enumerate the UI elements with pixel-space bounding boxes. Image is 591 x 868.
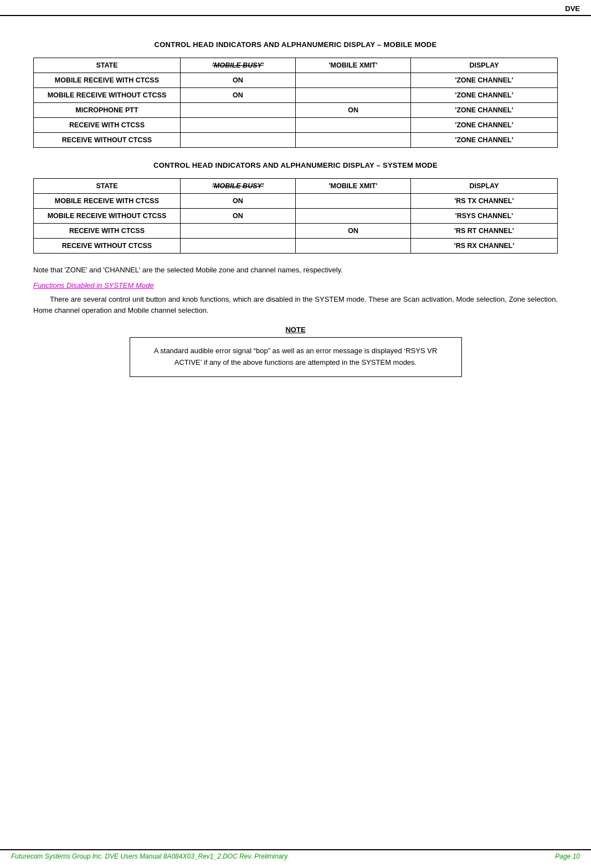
note-box-text: A standard audible error signal “bop” as… [154,347,438,366]
system-mode-table: STATE 'MOBILE BUSY' 'MOBILE XMIT' DISPLA… [33,178,558,254]
system-busy-label: 'MOBILE BUSY' [212,182,264,190]
busy-cell [180,118,295,133]
busy-cell: ON [180,194,295,209]
header-title: DVE [565,4,580,13]
xmit-cell: ON [295,103,410,118]
busy-cell [180,239,295,254]
mobile-col-state: STATE [34,58,181,73]
functions-paragraph: There are several control unit button an… [33,294,558,317]
system-col-display: DISPLAY [411,179,558,194]
state-cell: MICROPHONE PTT [34,103,181,118]
state-cell: MOBILE RECEIVE WITH CTCSS [34,194,181,209]
xmit-cell [295,73,410,88]
display-cell: 'RS RX CHANNEL' [411,239,558,254]
xmit-cell [295,118,410,133]
table-row: RECEIVE WITHOUT CTCSS 'RS RX CHANNEL' [34,239,558,254]
mobile-col-display: DISPLAY [411,58,558,73]
system-col-state: STATE [34,179,181,194]
footer-right: Page 10 [555,852,580,860]
display-cell: 'ZONE CHANNEL' [411,118,558,133]
main-content: CONTROL HEAD INDICATORS AND ALPHANUMERIC… [0,16,591,410]
xmit-cell [295,133,410,148]
busy-cell [180,133,295,148]
table-row: RECEIVE WITH CTCSS 'ZONE CHANNEL' [34,118,558,133]
xmit-cell [295,88,410,103]
zone-channel-note: Note that 'ZONE' and 'CHANNEL' are the s… [33,265,558,276]
busy-cell [180,224,295,239]
system-col-xmit: 'MOBILE XMIT' [295,179,410,194]
mobile-mode-table: STATE 'MOBILE BUSY' 'MOBILE XMIT' DISPLA… [33,58,558,148]
table-row: MOBILE RECEIVE WITH CTCSS ON 'RS TX CHAN… [34,194,558,209]
table-row: RECEIVE WITH CTCSS ON 'RS RT CHANNEL' [34,224,558,239]
display-cell: 'RSYS CHANNEL' [411,209,558,224]
mobile-mode-header-row: STATE 'MOBILE BUSY' 'MOBILE XMIT' DISPLA… [34,58,558,73]
busy-cell [180,103,295,118]
note-label: NOTE [33,326,558,334]
functions-heading: Functions Disabled in SYSTEM Mode [33,281,558,290]
state-cell: RECEIVE WITHOUT CTCSS [34,239,181,254]
mobile-col-xmit: 'MOBILE XMIT' [295,58,410,73]
xmit-cell [295,239,410,254]
display-cell: 'ZONE CHANNEL' [411,103,558,118]
state-cell: MOBILE RECEIVE WITHOUT CTCSS [34,209,181,224]
table-row: MOBILE RECEIVE WITH CTCSS ON 'ZONE CHANN… [34,73,558,88]
display-cell: 'RS RT CHANNEL' [411,224,558,239]
system-mode-header-row: STATE 'MOBILE BUSY' 'MOBILE XMIT' DISPLA… [34,179,558,194]
table-row: MOBILE RECEIVE WITHOUT CTCSS ON 'RSYS CH… [34,209,558,224]
page-header: DVE [0,0,591,16]
system-mode-title: CONTROL HEAD INDICATORS AND ALPHANUMERIC… [33,161,558,169]
state-cell: RECEIVE WITH CTCSS [34,118,181,133]
xmit-cell: ON [295,224,410,239]
system-col-busy: 'MOBILE BUSY' [180,179,295,194]
page-footer: Futurecom Systems Group Inc. DVE Users M… [0,849,591,862]
xmit-cell [295,194,410,209]
xmit-cell [295,209,410,224]
state-cell: MOBILE RECEIVE WITH CTCSS [34,73,181,88]
display-cell: 'RS TX CHANNEL' [411,194,558,209]
display-cell: 'ZONE CHANNEL' [411,88,558,103]
mobile-col-busy: 'MOBILE BUSY' [180,58,295,73]
mobile-busy-label: 'MOBILE BUSY' [212,61,264,69]
table-row: RECEIVE WITHOUT CTCSS 'ZONE CHANNEL' [34,133,558,148]
display-cell: 'ZONE CHANNEL' [411,73,558,88]
state-cell: RECEIVE WITH CTCSS [34,224,181,239]
footer-left: Futurecom Systems Group Inc. DVE Users M… [11,852,287,860]
state-cell: RECEIVE WITHOUT CTCSS [34,133,181,148]
busy-cell: ON [180,73,295,88]
mobile-mode-title: CONTROL HEAD INDICATORS AND ALPHANUMERIC… [33,40,558,49]
busy-cell: ON [180,209,295,224]
display-cell: 'ZONE CHANNEL' [411,133,558,148]
busy-cell: ON [180,88,295,103]
table-row: MICROPHONE PTT ON 'ZONE CHANNEL' [34,103,558,118]
state-cell: MOBILE RECEIVE WITHOUT CTCSS [34,88,181,103]
note-box: A standard audible error signal “bop” as… [130,337,462,377]
table-row: MOBILE RECEIVE WITHOUT CTCSS ON 'ZONE CH… [34,88,558,103]
